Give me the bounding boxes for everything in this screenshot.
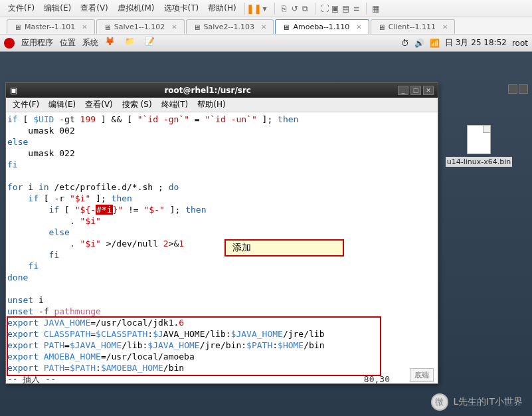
term-menu-view[interactable]: 查看(V)	[81, 98, 117, 112]
tab-salve2[interactable]: 🖥Salve2--1.103✕	[186, 19, 274, 34]
tab-label: Client--1.111	[389, 23, 436, 31]
maximize-icon[interactable]	[519, 84, 528, 94]
revert-icon[interactable]: ↺	[290, 3, 300, 14]
clock[interactable]: 日 3月 25 18:52	[445, 37, 507, 49]
notes-icon[interactable]: 📝	[145, 37, 158, 50]
watermark-text: L先生的IT小世界	[454, 396, 523, 408]
terminal-icon: ▣	[10, 86, 17, 95]
tab-label: Amoeba--1.110	[293, 23, 349, 31]
apps-menu[interactable]: 应用程序	[21, 37, 53, 49]
tab-master[interactable]: 🖥Master--1.101✕	[7, 19, 95, 34]
terminal-menubar: 文件(F) 编辑(E) 查看(V) 搜索 (S) 终端(T) 帮助(H)	[6, 98, 438, 112]
console-icon[interactable]: ▤	[341, 3, 351, 14]
vm-tab-icon: 🖥	[14, 23, 22, 31]
annotation-callout: 添加	[224, 239, 344, 257]
close-icon[interactable]: ✕	[171, 23, 177, 31]
tab-label: Salve2--1.103	[204, 23, 254, 31]
watermark: 微 L先生的IT小世界	[431, 393, 523, 411]
menu-help[interactable]: 帮助(H)	[204, 1, 240, 16]
file-label: u14-linux-x64.bin	[446, 157, 512, 167]
files-icon[interactable]: 📁	[125, 37, 138, 50]
tab-amoeba[interactable]: 🖥Amoeba--1.110✕	[275, 19, 369, 34]
gnome-panel: 应用程序 位置 系统 🦊 📁 📝 ⏱ 🔊 📶 日 3月 25 18:52 roo…	[0, 35, 532, 52]
term-menu-edit[interactable]: 编辑(E)	[44, 98, 80, 112]
vm-tab-icon: 🖥	[378, 23, 386, 31]
term-menu-file[interactable]: 文件(F)	[9, 98, 43, 112]
terminal-window: ▣ root@rhel1:/usr/src _ □ ✕ 文件(F) 编辑(E) …	[5, 82, 438, 384]
outer-window-controls	[508, 84, 528, 94]
vm-tab-icon: 🖥	[193, 23, 201, 31]
vm-toolbar: 文件(F) 编辑(E) 查看(V) 虚拟机(M) 选项卡(T) 帮助(H) ❚❚…	[0, 0, 532, 17]
thumbnail-icon[interactable]: ▦	[371, 3, 381, 14]
vim-mode: -- 插入 --	[7, 373, 56, 383]
terminal-title: root@rhel1:/usr/src	[17, 86, 398, 95]
places-menu[interactable]: 位置	[60, 37, 76, 49]
library-icon[interactable]: ≡	[351, 3, 362, 14]
firefox-icon[interactable]: 🦊	[105, 37, 118, 50]
vm-tab-icon: 🖥	[282, 23, 290, 31]
terminal-content[interactable]: if [ $UID -gt 199 ] && [ "`id -gn`" = "`…	[6, 112, 438, 383]
wechat-icon: 微	[431, 393, 448, 411]
close-button[interactable]: ✕	[423, 86, 434, 95]
tab-bar: 🖥Master--1.101✕ 🖥Salve1--1.102✕ 🖥Salve2-…	[0, 17, 532, 35]
menu-file[interactable]: 文件(F)	[4, 1, 39, 16]
minimize-button[interactable]: _	[398, 86, 408, 95]
volume-icon[interactable]: 🔊	[414, 39, 424, 48]
close-icon[interactable]: ✕	[356, 23, 361, 31]
snapshot-icon[interactable]: ⎘	[279, 3, 290, 14]
file-icon	[467, 125, 491, 154]
cpu-meter-icon[interactable]: ⏱	[401, 39, 409, 48]
network-icon[interactable]: 📶	[430, 39, 440, 48]
manage-icon[interactable]: ⧉	[300, 3, 311, 14]
vm-menu: 文件(F) 编辑(E) 查看(V) 虚拟机(M) 选项卡(T) 帮助(H)	[4, 1, 240, 16]
redhat-logo-icon[interactable]	[4, 38, 15, 49]
desktop-file-icon[interactable]: u14-linux-x64.bin	[446, 125, 512, 167]
pause-icon[interactable]: ❚❚	[249, 3, 260, 14]
close-icon[interactable]: ✕	[82, 23, 87, 31]
scroll-indicator: 底端	[410, 368, 434, 382]
menu-tab[interactable]: 选项卡(T)	[160, 1, 203, 16]
maximize-button[interactable]: □	[410, 86, 421, 95]
term-menu-help[interactable]: 帮助(H)	[193, 98, 229, 112]
terminal-titlebar[interactable]: ▣ root@rhel1:/usr/src _ □ ✕	[6, 83, 438, 98]
menu-view[interactable]: 查看(V)	[76, 1, 112, 16]
minimize-icon[interactable]	[508, 84, 517, 94]
user-menu[interactable]: root	[512, 39, 528, 48]
term-menu-terminal[interactable]: 终端(T)	[157, 98, 193, 112]
close-icon[interactable]: ✕	[442, 23, 448, 31]
close-icon[interactable]: ✕	[261, 23, 266, 31]
menu-vm[interactable]: 虚拟机(M)	[114, 1, 159, 16]
tab-salve1[interactable]: 🖥Salve1--1.102✕	[96, 19, 185, 34]
unity-icon[interactable]: ▣	[330, 3, 341, 14]
term-menu-search[interactable]: 搜索 (S)	[118, 98, 156, 112]
fullscreen-icon[interactable]: ⛶	[319, 3, 330, 14]
tab-label: Master--1.101	[25, 23, 75, 31]
vm-tab-icon: 🖥	[104, 23, 112, 31]
tab-client[interactable]: 🖥Client--1.111✕	[371, 19, 456, 34]
system-menu[interactable]: 系统	[82, 37, 98, 49]
menu-edit[interactable]: 编辑(E)	[40, 1, 75, 16]
dropdown-icon[interactable]: ▾	[260, 3, 270, 14]
tab-label: Salve1--1.102	[114, 23, 165, 31]
